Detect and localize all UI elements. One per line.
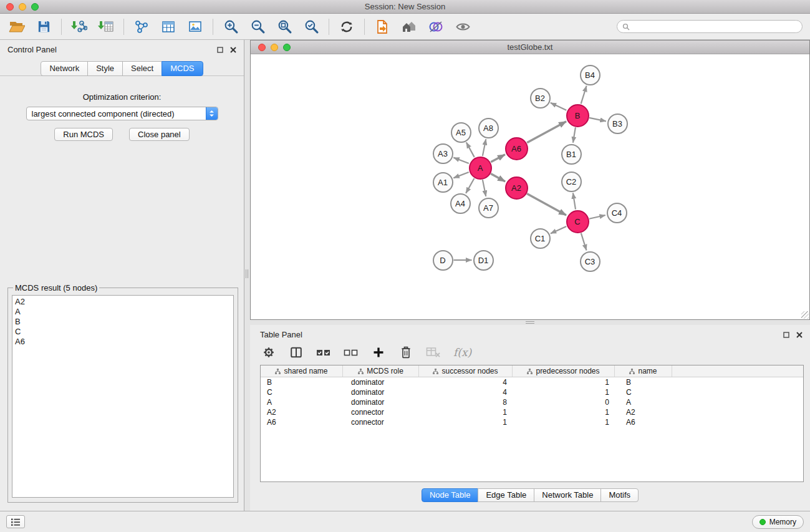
mcds-result-item[interactable]: C <box>12 327 233 337</box>
import-network-icon[interactable] <box>70 17 89 36</box>
graph-node-B4[interactable]: B4 <box>580 65 600 85</box>
panel-list-button[interactable] <box>6 515 25 528</box>
graph-edge-A-A3[interactable] <box>453 158 469 163</box>
column-header-successor-nodes[interactable]: successor nodes <box>419 365 513 377</box>
mcds-result-item[interactable]: A6 <box>12 337 233 347</box>
graph-edge-A-A2[interactable] <box>491 173 505 181</box>
graph-node-B3[interactable]: B3 <box>607 114 628 134</box>
network-zoom-button[interactable] <box>283 44 291 51</box>
save-icon[interactable] <box>34 17 53 36</box>
search-box[interactable] <box>617 20 803 33</box>
vertical-splitter[interactable] <box>244 40 250 511</box>
export-image-icon[interactable] <box>186 17 205 36</box>
graph-edge-B-B4[interactable] <box>581 86 587 104</box>
column-header-name[interactable]: name <box>615 365 672 377</box>
table-cell[interactable]: C <box>615 388 672 397</box>
graph-edge-C-C3[interactable] <box>581 233 587 251</box>
table-cell[interactable]: B <box>615 378 672 387</box>
float-panel-icon[interactable] <box>217 47 223 53</box>
minimize-window-button[interactable] <box>19 3 26 11</box>
new-network-icon[interactable] <box>132 17 151 36</box>
function-builder-icon[interactable]: f(x) <box>453 346 471 359</box>
table-row[interactable]: Bdominator41B <box>261 377 803 387</box>
tab-node-table[interactable]: Node Table <box>422 488 479 502</box>
deselect-all-icon[interactable] <box>344 345 359 360</box>
network-close-button[interactable] <box>258 44 266 51</box>
select-all-icon[interactable] <box>316 345 331 360</box>
zoom-selected-icon[interactable] <box>302 17 321 36</box>
table-cell[interactable]: 1 <box>513 408 615 417</box>
tab-motifs[interactable]: Motifs <box>600 488 639 502</box>
graph-edge-B-B2[interactable] <box>551 103 567 110</box>
add-icon[interactable] <box>371 345 386 360</box>
graph-node-D1[interactable]: D1 <box>473 250 494 271</box>
horizontal-splitter[interactable] <box>250 320 810 325</box>
graph-edge-A-A1[interactable] <box>453 172 469 178</box>
table-cell[interactable]: C <box>261 388 343 397</box>
graph-node-A5[interactable]: A5 <box>451 122 471 143</box>
column-header-predecessor-nodes[interactable]: predecessor nodes <box>513 365 615 377</box>
tab-edge-table[interactable]: Edge Table <box>478 488 534 502</box>
network-minimize-button[interactable] <box>271 44 278 51</box>
table-row[interactable]: A6connector11A6 <box>261 417 803 427</box>
graph-edge-C-C1[interactable] <box>551 226 566 233</box>
run-mcds-button[interactable]: Run MCDS <box>54 128 113 141</box>
table-cell[interactable]: A6 <box>261 418 343 427</box>
graph-node-C4[interactable]: C4 <box>607 203 627 223</box>
table-cell[interactable]: 1 <box>513 388 615 397</box>
graph-edge-B-B3[interactable] <box>589 118 606 121</box>
zoom-window-button[interactable] <box>31 3 39 11</box>
home-icon[interactable] <box>400 17 418 36</box>
table-cell[interactable]: 4 <box>419 388 513 397</box>
network-canvas[interactable]: B4B2BB3A5A8A6A3B1AC2A1A2A4A7C4CC1C3DD1 <box>251 54 809 319</box>
column-header-shared-name[interactable]: shared name <box>261 365 343 377</box>
import-table-icon[interactable] <box>97 17 115 36</box>
mcds-result-item[interactable]: B <box>12 317 233 327</box>
criterion-select[interactable]: largest connected component (directed) <box>26 107 218 120</box>
graph-node-A7[interactable]: A7 <box>478 198 499 218</box>
graph-edge-C-C2[interactable] <box>573 193 576 209</box>
graph-node-B1[interactable]: B1 <box>561 144 582 165</box>
graph-edge-B-B1[interactable] <box>573 127 576 142</box>
table-cell[interactable]: 1 <box>419 408 513 417</box>
mcds-result-item[interactable]: A2 <box>12 297 233 307</box>
import-file-icon[interactable] <box>373 17 392 36</box>
table-cell[interactable]: A2 <box>615 408 672 417</box>
zoom-out-icon[interactable] <box>248 17 267 36</box>
graph-edge-C-C4[interactable] <box>589 215 605 219</box>
node-table[interactable]: shared nameMCDS rolesuccessor nodesprede… <box>260 365 804 482</box>
zoom-fit-icon[interactable] <box>275 17 294 36</box>
resize-grip[interactable] <box>801 311 809 319</box>
open-icon[interactable] <box>7 17 26 36</box>
graph-node-C1[interactable]: C1 <box>530 228 551 249</box>
zoom-in-icon[interactable] <box>221 17 240 36</box>
columns-icon[interactable] <box>289 345 304 360</box>
table-cell[interactable]: 0 <box>513 398 615 407</box>
graph-node-C[interactable]: C <box>566 210 589 233</box>
table-row[interactable]: A2connector11A2 <box>261 407 803 417</box>
tab-style[interactable]: Style <box>87 61 123 76</box>
mcds-result-list[interactable]: A2ABCA6 <box>12 295 234 498</box>
graph-node-A6[interactable]: A6 <box>505 137 528 160</box>
table-cell[interactable]: A6 <box>615 418 672 427</box>
search-input[interactable] <box>633 22 797 31</box>
tab-network-table[interactable]: Network Table <box>534 488 601 502</box>
table-cell[interactable]: connector <box>343 418 419 427</box>
network-table-icon[interactable] <box>159 17 178 36</box>
venn-filter-icon[interactable] <box>427 17 445 36</box>
graph-edge-A-A7[interactable] <box>483 180 486 196</box>
table-cell[interactable]: 4 <box>419 378 513 387</box>
table-cell[interactable]: A <box>615 398 672 407</box>
graph-edge-A-A5[interactable] <box>466 142 475 157</box>
graph-node-B[interactable]: B <box>566 104 589 127</box>
mcds-result-item[interactable]: A <box>12 307 233 317</box>
tab-mcds[interactable]: MCDS <box>162 61 203 76</box>
graph-edge-A-A4[interactable] <box>466 178 474 193</box>
graph-edge-A-A6[interactable] <box>491 155 505 162</box>
graph-node-C3[interactable]: C3 <box>580 251 600 272</box>
table-cell[interactable]: dominator <box>343 388 419 397</box>
gear-icon[interactable] <box>261 345 276 360</box>
table-cell[interactable]: B <box>261 378 343 387</box>
table-cell[interactable]: 8 <box>419 398 513 407</box>
graph-node-A4[interactable]: A4 <box>450 193 471 214</box>
